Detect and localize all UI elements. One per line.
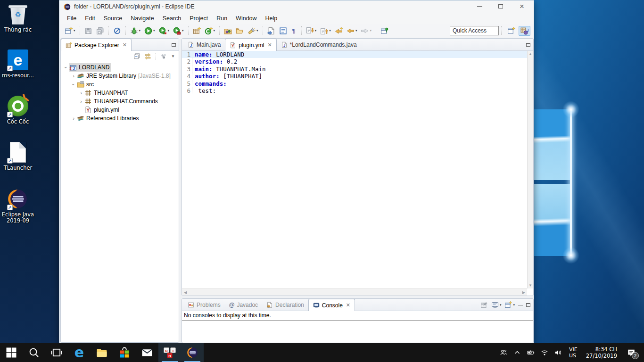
show-source-button[interactable] [278, 26, 289, 36]
focus-icon[interactable] [160, 53, 167, 60]
open-perspective-button[interactable] [505, 26, 517, 36]
tree-item-referenced-libraries[interactable]: › Referenced Libraries [61, 114, 179, 123]
save-button[interactable] [83, 26, 94, 36]
display-selected-console-button[interactable]: ▾ [491, 301, 502, 309]
tree-item-lordland[interactable]: › LORDLAND [61, 63, 179, 72]
maximize-view-icon[interactable] [526, 43, 530, 47]
menu-navigate[interactable]: Navigate [126, 14, 158, 23]
tab-declaration[interactable]: Declaration [262, 299, 308, 311]
forward-button[interactable]: ▾ [359, 26, 373, 36]
coverage-button[interactable]: ▾ [157, 26, 171, 36]
scroll-right-icon[interactable]: ▶ [522, 290, 525, 295]
close-icon[interactable]: ✕ [267, 42, 272, 48]
minimize-view-icon[interactable] [515, 45, 520, 45]
task-view-button[interactable] [45, 343, 68, 362]
expander-icon[interactable]: › [71, 81, 76, 88]
code-line[interactable]: 2version: 0.2 [182, 58, 527, 65]
expander-icon[interactable]: › [78, 99, 84, 104]
next-annotation-button[interactable]: ▾ [305, 26, 318, 36]
maximize-view-icon[interactable] [526, 303, 530, 307]
taskbar-mail-button[interactable] [136, 343, 158, 362]
open-console-button[interactable]: ▾ [504, 301, 515, 309]
pin-editor-button[interactable] [379, 26, 390, 36]
volume-icon[interactable] [553, 346, 563, 359]
taskbar-search-button[interactable] [23, 343, 45, 362]
minimize-view-icon[interactable] [518, 305, 523, 305]
tab-package-explorer[interactable]: Package Explorer ✕ [61, 39, 132, 51]
code-line[interactable]: 3main: THUANPHAT.Main [182, 66, 527, 73]
close-button[interactable]: × [515, 0, 529, 12]
desktop-icon-tlauncher[interactable]: ↗ TLauncher [1, 142, 35, 171]
external-tools-button[interactable]: ▾ [172, 26, 185, 36]
open-type-button[interactable] [223, 26, 233, 36]
tree-item-src[interactable]: › src [61, 80, 179, 89]
expander-icon[interactable]: › [78, 90, 84, 96]
collapse-all-icon[interactable] [133, 53, 140, 60]
back-button[interactable]: ▾ [345, 26, 359, 36]
tab-lordlandcommands-java[interactable]: *LordLandCommands.java [277, 39, 361, 50]
close-icon[interactable]: ✕ [123, 42, 127, 48]
tree-item-thuanphat[interactable]: › THUANPHAT [61, 89, 179, 97]
save-all-button[interactable] [95, 26, 106, 36]
taskbar-store-button[interactable] [113, 343, 136, 362]
taskbar-edge-button[interactable]: e [68, 343, 91, 362]
open-element-button[interactable] [266, 26, 277, 36]
menu-edit[interactable]: Edit [81, 14, 99, 23]
menu-source[interactable]: Source [99, 14, 127, 23]
quick-access-input[interactable] [450, 26, 499, 35]
scroll-down-icon[interactable]: ▼ [528, 283, 532, 288]
search-button[interactable]: ▾ [246, 26, 260, 36]
tab-problems[interactable]: Problems [183, 299, 225, 311]
scroll-left-icon[interactable]: ◀ [184, 290, 187, 295]
new-button[interactable]: ▾ [63, 26, 77, 36]
new-java-project-button[interactable] [191, 26, 202, 36]
start-button[interactable] [0, 343, 23, 362]
previous-annotation-button[interactable]: ▾ [319, 26, 332, 36]
new-java-class-button[interactable]: ▾ [203, 26, 217, 36]
view-menu-icon[interactable]: ▼ [171, 54, 175, 58]
people-icon[interactable] [498, 346, 509, 359]
debug-button[interactable]: ▾ [129, 26, 142, 36]
taskbar-unikey-button[interactable]: u i n [158, 343, 181, 362]
expander-icon[interactable]: › [70, 115, 77, 121]
horizontal-scrollbar[interactable]: ◀ ▶ [182, 288, 527, 296]
tab-main-java[interactable]: Main.java [183, 39, 225, 50]
code-line[interactable]: 5commands: [182, 80, 527, 87]
minimize-view-icon[interactable] [160, 45, 165, 45]
battery-icon[interactable] [526, 346, 536, 359]
menu-project[interactable]: Project [185, 14, 212, 23]
scroll-up-icon[interactable]: ▲ [528, 52, 532, 56]
code-line[interactable]: 6 test: [182, 87, 527, 94]
pin-console-icon[interactable] [480, 301, 488, 309]
tab-console[interactable]: Console ✕ [308, 299, 355, 311]
expander-icon[interactable]: › [70, 73, 77, 79]
code-line[interactable]: 4author: [THUANPHAT] [182, 73, 527, 80]
menu-help[interactable]: Help [261, 14, 282, 23]
hidden-icons-chevron[interactable] [512, 346, 522, 359]
expander-icon[interactable]: › [63, 64, 69, 71]
open-resource-button[interactable] [234, 26, 245, 36]
java-perspective-button[interactable] [519, 26, 530, 36]
code-editor[interactable]: 1name: LORDLAND 2version: 0.2 3main: THU… [182, 51, 527, 288]
minimize-button[interactable] [472, 0, 487, 12]
tab-plugin-yml[interactable]: plugin.yml ✕ [225, 39, 276, 51]
network-icon[interactable] [539, 346, 550, 359]
maximize-button[interactable] [494, 0, 508, 12]
taskbar-eclipse-button[interactable] [181, 343, 204, 362]
menu-search[interactable]: Search [158, 14, 186, 23]
desktop-icon-eclipse[interactable]: ↗ Eclipse Java 2019-09 [1, 189, 35, 224]
tree-item-jre-system-library[interactable]: › JRE System Library [JavaSE-1.8] [61, 72, 179, 80]
action-center-button[interactable]: 2 [623, 343, 639, 362]
title-bar[interactable]: folder - LORDLAND/src/plugin.yml - Eclip… [59, 0, 534, 13]
close-icon[interactable]: ✕ [346, 302, 350, 308]
desktop-icon-coccoc[interactable]: ↗ Cốc Cốc [1, 96, 35, 125]
tab-javadoc[interactable]: @ Javadoc [225, 299, 262, 311]
skip-all-breakpoints-button[interactable] [112, 26, 123, 36]
last-edit-location-button[interactable] [333, 26, 344, 36]
run-button[interactable]: ▾ [143, 26, 157, 36]
menu-file[interactable]: File [63, 14, 81, 23]
menu-window[interactable]: Window [231, 14, 261, 23]
clock[interactable]: 8:34 CH 27/10/2019 [583, 346, 620, 359]
tree-item-plugin-yml[interactable]: plugin.yml [61, 106, 179, 114]
maximize-view-icon[interactable] [172, 43, 176, 47]
